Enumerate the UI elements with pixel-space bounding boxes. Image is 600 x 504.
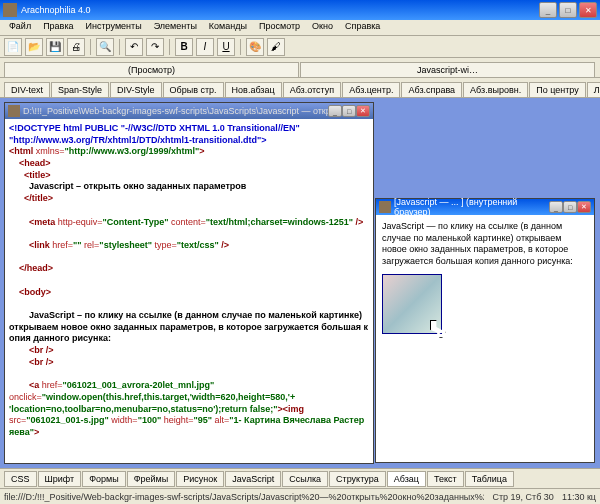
editor-maximize[interactable]: □ bbox=[342, 105, 356, 117]
menu-Просмотр[interactable]: Просмотр bbox=[254, 20, 305, 35]
undo-button[interactable]: ↶ bbox=[125, 38, 143, 56]
app-title: Arachnophilia 4.0 bbox=[21, 5, 539, 15]
print-button[interactable]: 🖨 bbox=[67, 38, 85, 56]
new-button[interactable]: 📄 bbox=[4, 38, 22, 56]
menu-Справка[interactable]: Справка bbox=[340, 20, 385, 35]
tab-Обрыв стр.[interactable]: Обрыв стр. bbox=[163, 82, 224, 97]
code-line: src="061021_001-s.jpg" width="100" heigh… bbox=[9, 415, 369, 438]
open-button[interactable]: 📂 bbox=[25, 38, 43, 56]
bottom-tab-Таблица[interactable]: Таблица bbox=[465, 471, 514, 487]
bottom-tab-Шрифт[interactable]: Шрифт bbox=[38, 471, 82, 487]
status-time: 11:30 кц bbox=[562, 492, 596, 502]
underline-button[interactable]: U bbox=[217, 38, 235, 56]
code-editor[interactable]: <!DOCTYPE html PUBLIC "-//W3C//DTD XHTML… bbox=[5, 119, 373, 463]
status-position: Стр 19, Стб 30 bbox=[492, 492, 553, 502]
code-line bbox=[9, 205, 369, 217]
status-bar: file:///D:/!!!_Positive/Web-backgr-image… bbox=[0, 488, 600, 504]
title-bar: Arachnophilia 4.0 _ □ ✕ bbox=[0, 0, 600, 20]
bottom-tab-CSS[interactable]: CSS bbox=[4, 471, 37, 487]
browser-minimize[interactable]: _ bbox=[549, 201, 563, 213]
tab-Javascript-wi…[interactable]: Javascript-wi… bbox=[300, 62, 595, 77]
code-line: onclick="window.open(this.href,this.targ… bbox=[9, 392, 369, 404]
code-line: Javascript – открыть окно заданных парам… bbox=[9, 181, 369, 193]
bottom-tab-Рисунок[interactable]: Рисунок bbox=[176, 471, 224, 487]
minimize-button[interactable]: _ bbox=[539, 2, 557, 18]
color2-button[interactable]: 🖌 bbox=[267, 38, 285, 56]
browser-text: JavaScript — по клику на ссылке (в данно… bbox=[382, 221, 588, 268]
app-icon bbox=[3, 3, 17, 17]
code-line bbox=[9, 298, 369, 310]
save-button[interactable]: 💾 bbox=[46, 38, 64, 56]
menu-Элементы[interactable]: Элементы bbox=[149, 20, 202, 35]
close-button[interactable]: ✕ bbox=[579, 2, 597, 18]
code-line bbox=[9, 228, 369, 240]
code-line bbox=[9, 275, 369, 287]
bottom-tab-JavaScript[interactable]: JavaScript bbox=[225, 471, 281, 487]
tab-DIV-Style[interactable]: DIV-Style bbox=[110, 82, 162, 97]
code-line: <head> bbox=[9, 158, 369, 170]
tab-Нов.абзац[interactable]: Нов.абзац bbox=[225, 82, 282, 97]
menu-Инструменты[interactable]: Инструменты bbox=[81, 20, 147, 35]
bottom-tab-Структура[interactable]: Структура bbox=[329, 471, 386, 487]
bottom-tab-Абзац[interactable]: Абзац bbox=[387, 471, 426, 487]
bottom-tab-Ссылка[interactable]: Ссылка bbox=[282, 471, 328, 487]
tab-Абз.отступ[interactable]: Абз.отступ bbox=[283, 82, 342, 97]
browser-content: JavaScript — по клику на ссылке (в данно… bbox=[376, 215, 594, 462]
menu-Команды[interactable]: Команды bbox=[204, 20, 252, 35]
code-line: 'location=no,toolbar=no,menubar=no,statu… bbox=[9, 404, 369, 416]
code-line: </title> bbox=[9, 193, 369, 205]
bottom-tab-Формы[interactable]: Формы bbox=[82, 471, 126, 487]
code-line: <html xmlns="http://www.w3.org/1999/xhtm… bbox=[9, 146, 369, 158]
code-line bbox=[9, 252, 369, 264]
doc-tabs-row-2: DIV-textSpan-StyleDIV-StyleОбрыв стр.Нов… bbox=[0, 78, 600, 98]
browser-title-bar: [Javascript — ... ] (внутренний браузер)… bbox=[376, 199, 594, 215]
editor-window: D:\!!!_Positive\Web-backgr-images-swf-sc… bbox=[4, 102, 374, 464]
browser-icon bbox=[379, 201, 391, 213]
preview-button[interactable]: 🔍 bbox=[96, 38, 114, 56]
bottom-tab-Текст[interactable]: Текст bbox=[427, 471, 464, 487]
code-line: </head> bbox=[9, 263, 369, 275]
maximize-button[interactable]: □ bbox=[559, 2, 577, 18]
thumbnail-link[interactable] bbox=[382, 274, 442, 334]
color1-button[interactable]: 🎨 bbox=[246, 38, 264, 56]
menu-Правка[interactable]: Правка bbox=[38, 20, 78, 35]
code-line: "http://www.w3.org/TR/xhtml1/DTD/xhtml1-… bbox=[9, 135, 369, 147]
editor-minimize[interactable]: _ bbox=[328, 105, 342, 117]
doc-tabs-row-1: (Просмотр)Javascript-wi… bbox=[0, 58, 600, 78]
code-line: <br /> bbox=[9, 357, 369, 369]
code-line: </body> bbox=[9, 462, 369, 463]
browser-title: [Javascript — ... ] (внутренний браузер) bbox=[394, 197, 549, 217]
browser-maximize[interactable]: □ bbox=[563, 201, 577, 213]
menu-Окно[interactable]: Окно bbox=[307, 20, 338, 35]
browser-window: [Javascript — ... ] (внутренний браузер)… bbox=[375, 198, 595, 463]
bold-button[interactable]: B bbox=[175, 38, 193, 56]
code-line: <!DOCTYPE html PUBLIC "-//W3C//DTD XHTML… bbox=[9, 123, 369, 135]
tab-Линейка[interactable]: Линейка bbox=[587, 82, 600, 97]
code-line: <meta http-equiv="Content-Type" content=… bbox=[9, 217, 369, 229]
code-line: <body> bbox=[9, 287, 369, 299]
tab-(Просмотр)[interactable]: (Просмотр) bbox=[4, 62, 299, 77]
code-line: <br /> bbox=[9, 345, 369, 357]
bottom-tab-Фреймы[interactable]: Фреймы bbox=[127, 471, 176, 487]
editor-title-bar: D:\!!!_Positive\Web-backgr-images-swf-sc… bbox=[5, 103, 373, 119]
toolbar: 📄📂💾🖨🔍↶↷BIU🎨🖌 bbox=[0, 36, 600, 58]
browser-close[interactable]: ✕ bbox=[577, 201, 591, 213]
tab-Абз.справа[interactable]: Абз.справа bbox=[401, 82, 462, 97]
tab-По центру[interactable]: По центру bbox=[529, 82, 586, 97]
code-line: <title> bbox=[9, 170, 369, 182]
editor-title: D:\!!!_Positive\Web-backgr-images-swf-sc… bbox=[23, 106, 328, 116]
tab-Абз.центр.[interactable]: Абз.центр. bbox=[342, 82, 400, 97]
workspace: D:\!!!_Positive\Web-backgr-images-swf-sc… bbox=[0, 98, 600, 468]
code-line bbox=[9, 450, 369, 462]
tab-Span-Style[interactable]: Span-Style bbox=[51, 82, 109, 97]
tab-Абз.выровн.[interactable]: Абз.выровн. bbox=[463, 82, 528, 97]
code-line bbox=[9, 439, 369, 451]
code-line: <link href="" rel="stylesheet" type="tex… bbox=[9, 240, 369, 252]
code-line bbox=[9, 368, 369, 380]
menu-Файл[interactable]: Файл bbox=[4, 20, 36, 35]
redo-button[interactable]: ↷ bbox=[146, 38, 164, 56]
italic-button[interactable]: I bbox=[196, 38, 214, 56]
tab-DIV-text[interactable]: DIV-text bbox=[4, 82, 50, 97]
editor-close[interactable]: ✕ bbox=[356, 105, 370, 117]
editor-icon bbox=[8, 105, 20, 117]
